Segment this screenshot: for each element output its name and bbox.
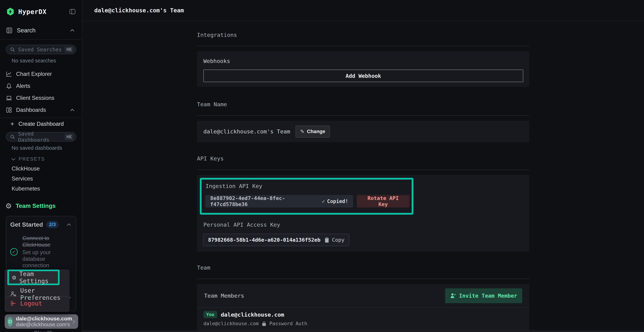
checklist-title: Connect to ClickHouse bbox=[22, 235, 69, 248]
person-plus-icon bbox=[450, 293, 456, 298]
ingestion-api-key-label: Ingestion API Key bbox=[206, 183, 410, 189]
member-name: dale@clickhouse.com bbox=[221, 312, 284, 318]
api-key-text: 87982668-58b1-4d6e-a620-014a136f52eb bbox=[208, 237, 320, 243]
check-circle-icon: ✓ bbox=[10, 248, 18, 256]
main-area: dale@clickhouse.com's Team Integrations … bbox=[82, 0, 644, 332]
dashboard-grid-icon bbox=[6, 107, 12, 113]
lock-icon bbox=[262, 321, 266, 326]
preset-item-kubernetes[interactable]: Kubernetes bbox=[12, 186, 82, 192]
personal-api-key-label: Personal API Access Key bbox=[204, 222, 526, 228]
clipboard-icon bbox=[324, 237, 329, 243]
gear-icon: ⚙ bbox=[5, 202, 12, 210]
add-webhook-button[interactable]: Add Webhook bbox=[204, 70, 523, 82]
presets-label: PRESETS bbox=[18, 156, 45, 162]
chevron-right-icon bbox=[72, 319, 75, 324]
sidebar-item-label: Chart Explorer bbox=[16, 71, 52, 77]
search-journal-icon bbox=[6, 27, 12, 34]
checklist-subtitle: Set up your database connection bbox=[22, 249, 72, 269]
you-badge: You bbox=[204, 311, 217, 318]
pencil-icon: ✎ bbox=[300, 128, 304, 134]
magnifier-icon bbox=[10, 47, 15, 52]
chevron-up-icon[interactable] bbox=[66, 223, 72, 226]
page-title: dale@clickhouse.com's Team bbox=[94, 7, 184, 14]
ingestion-api-key-value[interactable]: 8e887902-4ed7-44ea-8fec-f47cd578be36 ✓ C… bbox=[205, 195, 353, 208]
team-member-row: You dale@clickhouse.com dale@clickhouse.… bbox=[197, 308, 529, 331]
checklist-item-connect[interactable]: ✓ Connect to ClickHouse Set up your data… bbox=[6, 235, 76, 269]
preset-item-clickhouse[interactable]: ClickHouse bbox=[12, 166, 82, 172]
collapse-sidebar-icon[interactable] bbox=[70, 9, 76, 14]
sidebar-divider bbox=[0, 39, 82, 40]
section-heading-team: Team bbox=[197, 264, 529, 271]
webhooks-title: Webhooks bbox=[204, 58, 524, 64]
page-header: dale@clickhouse.com's Team bbox=[82, 0, 644, 21]
menu-item-user-preferences[interactable]: User Preferences bbox=[10, 287, 69, 301]
saved-searches-input[interactable]: Saved Searches ⌘K bbox=[6, 45, 76, 54]
user-email: dale@clickhouse.com bbox=[16, 316, 72, 322]
app-title: HyperDX bbox=[18, 8, 47, 16]
section-divider bbox=[197, 170, 529, 170]
no-saved-dashboards-text: No saved dashboards bbox=[12, 145, 82, 151]
no-saved-searches-text: No saved searches bbox=[12, 58, 82, 64]
sidebar-item-chart-explorer[interactable]: Chart Explorer bbox=[0, 68, 82, 80]
shortcut-badge: ⌘K bbox=[64, 134, 74, 140]
auth-method: Password Auth bbox=[270, 321, 307, 326]
laptop-icon bbox=[6, 95, 12, 101]
menu-item-label: Team Settings bbox=[19, 270, 55, 284]
chevron-up-icon bbox=[70, 108, 75, 112]
change-team-name-button[interactable]: ✎ Change bbox=[296, 126, 330, 138]
sidebar-divider bbox=[0, 118, 82, 118]
sidebar-item-label: Dashboards bbox=[16, 107, 46, 113]
team-members-title: Team Members bbox=[204, 292, 244, 299]
team-members-card: Team Members Invite Team Member bbox=[197, 284, 529, 331]
logo-row: HyperDX bbox=[0, 0, 82, 16]
menu-item-label: Logout bbox=[20, 300, 42, 307]
sidebar-item-label: Alerts bbox=[16, 83, 30, 89]
progress-badge: 2/3 bbox=[46, 221, 59, 228]
copy-button-label: Copy bbox=[332, 237, 344, 243]
sidebar-item-client-sessions[interactable]: Client Sessions bbox=[0, 92, 82, 104]
change-button-label: Change bbox=[307, 128, 326, 134]
menu-item-logout[interactable]: Logout bbox=[10, 300, 42, 307]
create-dashboard-button[interactable]: + Create Dashboard bbox=[0, 119, 82, 129]
logout-icon bbox=[10, 300, 17, 306]
gear-icon: ⚙ bbox=[12, 274, 16, 281]
api-key-text: 8e887902-4ed7-44ea-8fec-f47cd578be36 bbox=[210, 195, 317, 207]
shortcut-badge: ⌘K bbox=[64, 46, 74, 53]
menu-item-label: User Preferences bbox=[20, 287, 69, 301]
get-started-title: Get Started bbox=[10, 221, 43, 228]
team-settings-label: Team Settings bbox=[16, 202, 56, 209]
chevron-down-icon bbox=[11, 158, 16, 161]
team-name-card: dale@clickhouse.com's Team ✎ Change bbox=[197, 121, 529, 142]
plus-icon: + bbox=[10, 121, 14, 127]
copied-status: ✓ Copied! bbox=[322, 198, 348, 204]
presets-toggle[interactable]: PRESETS bbox=[11, 156, 82, 162]
next-section-edge bbox=[82, 330, 644, 332]
user-chip[interactable]: D dale@clickhouse.com dale@clickhouse.co… bbox=[5, 314, 78, 329]
section-heading-api-keys: API Keys bbox=[197, 155, 529, 162]
user-team-name: dale@clickhouse.com's bbox=[16, 322, 72, 328]
section-divider bbox=[197, 46, 529, 46]
check-icon: ✓ bbox=[322, 198, 325, 204]
invite-team-member-button[interactable]: Invite Team Member bbox=[445, 288, 522, 303]
section-heading-team-name: Team Name bbox=[197, 101, 529, 108]
sidebar-item-team-settings[interactable]: ⚙ Team Settings bbox=[0, 202, 82, 210]
menu-divider bbox=[6, 296, 68, 296]
saved-dashboards-input[interactable]: Saved Dashboards ⌘K bbox=[6, 132, 76, 142]
preset-item-services[interactable]: Services bbox=[12, 176, 82, 182]
menu-item-team-settings[interactable]: ⚙ Team Settings bbox=[7, 270, 60, 285]
api-keys-card: Ingestion API Key 8e887902-4ed7-44ea-8fe… bbox=[197, 175, 529, 252]
sidebar-item-dashboards[interactable]: Dashboards bbox=[0, 104, 82, 116]
team-name-value: dale@clickhouse.com's Team bbox=[204, 128, 290, 135]
sidebar-section-search[interactable]: Search bbox=[0, 26, 82, 34]
search-section-label: Search bbox=[17, 27, 36, 34]
rotate-api-key-button[interactable]: Rotate API Key bbox=[357, 195, 410, 208]
clipped-bottom-text: Cloud? bbox=[34, 330, 52, 332]
saved-dashboards-placeholder: Saved Dashboards bbox=[18, 131, 64, 143]
chart-icon bbox=[6, 71, 12, 77]
member-email: dale@clickhouse.com bbox=[204, 321, 259, 326]
sidebar-item-alerts[interactable]: Alerts bbox=[0, 80, 82, 92]
copied-label: Copied! bbox=[327, 198, 348, 204]
section-divider bbox=[197, 116, 529, 116]
personal-api-key-value[interactable]: 87982668-58b1-4d6e-a620-014a136f52eb Cop… bbox=[203, 234, 349, 246]
sidebar: HyperDX Search Saved Searches ⌘K No save bbox=[0, 0, 82, 332]
